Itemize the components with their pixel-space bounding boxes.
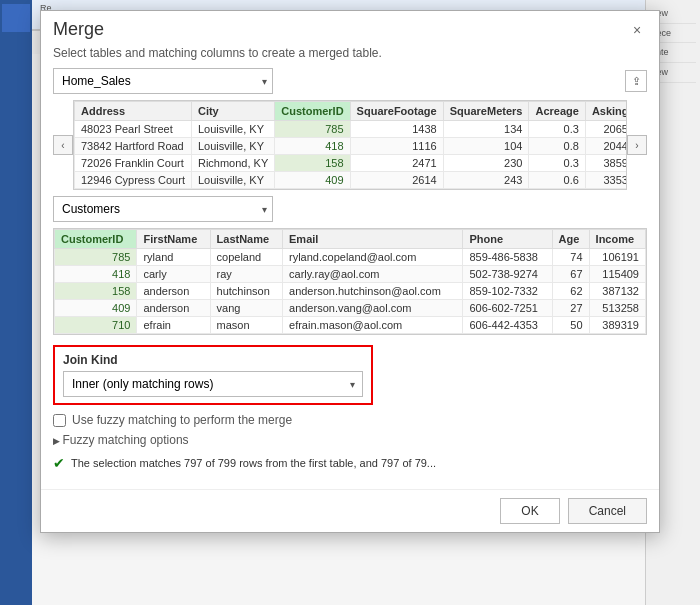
table-cell: 409	[275, 172, 350, 189]
table-cell: 387132	[589, 283, 645, 300]
table2-dropdown-row: Customers	[53, 196, 647, 222]
table-cell: 106191	[589, 249, 645, 266]
col-customerid-t2: CustomerID	[55, 230, 137, 249]
table-cell: efrain.mason@aol.com	[283, 317, 463, 334]
join-kind-select[interactable]: Inner (only matching rows)Left OuterRigh…	[63, 371, 363, 397]
col-sqm: SquareMeters	[443, 102, 529, 121]
dialog-overlay: Merge × Select tables and matching colum…	[0, 0, 700, 605]
col-age: Age	[552, 230, 589, 249]
col-sqft: SquareFootage	[350, 102, 443, 121]
table-row: 710efrainmasonefrain.mason@aol.com606-44…	[55, 317, 646, 334]
table-cell: 158	[55, 283, 137, 300]
table-row: 73842 Hartford RoadLouisville, KY4181116…	[75, 138, 628, 155]
table-cell: efrain	[137, 317, 210, 334]
table-cell: 389319	[589, 317, 645, 334]
table-cell: 418	[55, 266, 137, 283]
dialog-subtitle: Select tables and matching columns to cr…	[41, 44, 659, 68]
table-cell: 67	[552, 266, 589, 283]
table-cell: 0.3	[529, 155, 585, 172]
table-cell: 785	[275, 121, 350, 138]
col-income: Income	[589, 230, 645, 249]
cancel-button[interactable]: Cancel	[568, 498, 647, 524]
table1-body: 48023 Pearl StreetLouisville, KY78514381…	[75, 121, 628, 189]
table-cell: ryland	[137, 249, 210, 266]
table-row: 158andersonhutchinsonanderson.hutchinson…	[55, 283, 646, 300]
table-cell: 385942.45	[585, 155, 627, 172]
table-cell: 785	[55, 249, 137, 266]
join-dropdown-wrapper[interactable]: Inner (only matching rows)Left OuterRigh…	[63, 371, 363, 397]
table-cell: 206519.46	[585, 121, 627, 138]
dialog-titlebar: Merge ×	[41, 11, 659, 44]
table-cell: Richmond, KY	[191, 155, 274, 172]
col-lastname: LastName	[210, 230, 282, 249]
table-cell: Louisville, KY	[191, 121, 274, 138]
table-cell: mason	[210, 317, 282, 334]
table-cell: carly.ray@aol.com	[283, 266, 463, 283]
fuzzy-checkbox-row: Use fuzzy matching to perform the merge	[53, 413, 647, 427]
table-cell: anderson	[137, 300, 210, 317]
table-cell: ray	[210, 266, 282, 283]
table-cell: ryland.copeland@aol.com	[283, 249, 463, 266]
table-row: 72026 Franklin CourtRichmond, KY15824712…	[75, 155, 628, 172]
export-icon[interactable]: ⇪	[625, 70, 647, 92]
table-cell: 606-602-7251	[463, 300, 552, 317]
table-cell: 502-738-9274	[463, 266, 552, 283]
table1-dropdown-wrapper[interactable]: Home_Sales	[53, 68, 273, 94]
ok-button[interactable]: OK	[500, 498, 559, 524]
table-cell: 62	[552, 283, 589, 300]
fuzzy-options-toggle[interactable]: Fuzzy matching options	[53, 433, 647, 447]
table-cell: 50	[552, 317, 589, 334]
fuzzy-label: Use fuzzy matching to perform the merge	[72, 413, 292, 427]
col-email: Email	[283, 230, 463, 249]
table-cell: hutchinson	[210, 283, 282, 300]
table1-select[interactable]: Home_Sales	[53, 68, 273, 94]
table-row: 418carlyraycarly.ray@aol.com502-738-9274…	[55, 266, 646, 283]
table-cell: 1116	[350, 138, 443, 155]
table-cell: 2614	[350, 172, 443, 189]
fuzzy-checkbox[interactable]	[53, 414, 66, 427]
scroll-right-arrow[interactable]: ›	[627, 135, 647, 155]
table-cell: 204486.93	[585, 138, 627, 155]
dialog-body: Home_Sales ⇪ ‹ Address Ci	[41, 68, 659, 489]
table-cell: 12946 Cypress Court	[75, 172, 192, 189]
table-cell: 418	[275, 138, 350, 155]
table-cell: 27	[552, 300, 589, 317]
table1: Address City CustomerID SquareFootage Sq…	[74, 101, 627, 189]
table2-container: CustomerID FirstName LastName Email Phon…	[53, 228, 647, 335]
table-row: 409andersonvanganderson.vang@aol.com606-…	[55, 300, 646, 317]
table-cell: 1438	[350, 121, 443, 138]
table2-header-row: CustomerID FirstName LastName Email Phon…	[55, 230, 646, 249]
table2-dropdown-wrapper[interactable]: Customers	[53, 196, 273, 222]
table-cell: anderson	[137, 283, 210, 300]
table-cell: 243	[443, 172, 529, 189]
table1-dropdown-row: Home_Sales ⇪	[53, 68, 647, 94]
table-cell: 48023 Pearl Street	[75, 121, 192, 138]
table2: CustomerID FirstName LastName Email Phon…	[54, 229, 646, 334]
table-row: 48023 Pearl StreetLouisville, KY78514381…	[75, 121, 628, 138]
table1-header-row: Address City CustomerID SquareFootage Sq…	[75, 102, 628, 121]
table-cell: 409	[55, 300, 137, 317]
success-row: ✔ The selection matches 797 of 799 rows …	[53, 455, 647, 471]
table-cell: copeland	[210, 249, 282, 266]
table-cell: Louisville, KY	[191, 172, 274, 189]
table-row: 785rylandcopelandryland.copeland@aol.com…	[55, 249, 646, 266]
dialog-title: Merge	[53, 19, 104, 40]
scroll-left-arrow[interactable]: ‹	[53, 135, 73, 155]
table-cell: anderson.vang@aol.com	[283, 300, 463, 317]
dialog-footer: OK Cancel	[41, 489, 659, 532]
table-cell: 0.3	[529, 121, 585, 138]
table-cell: 513258	[589, 300, 645, 317]
close-button[interactable]: ×	[627, 20, 647, 40]
join-kind-label: Join Kind	[63, 353, 363, 367]
table-cell: 74	[552, 249, 589, 266]
table2-select[interactable]: Customers	[53, 196, 273, 222]
success-message: The selection matches 797 of 799 rows fr…	[71, 457, 436, 469]
table-cell: 606-442-4353	[463, 317, 552, 334]
col-city: City	[191, 102, 274, 121]
table-cell: 859-486-5838	[463, 249, 552, 266]
table-cell: anderson.hutchinson@aol.com	[283, 283, 463, 300]
join-section: Join Kind Inner (only matching rows)Left…	[53, 345, 373, 405]
table-cell: 2471	[350, 155, 443, 172]
table2-body: 785rylandcopelandryland.copeland@aol.com…	[55, 249, 646, 334]
table-cell: carly	[137, 266, 210, 283]
